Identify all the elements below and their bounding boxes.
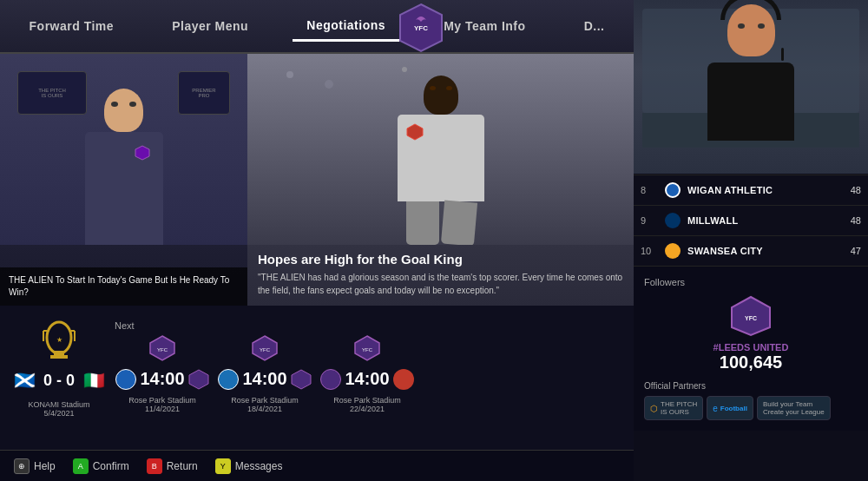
match-date-2: 18/4/2021: [247, 405, 282, 413]
help-label: Help: [34, 460, 56, 472]
partner-build: Build your TeamCreate your League: [757, 396, 831, 420]
league-position: 8: [641, 185, 658, 195]
league-team-badge: [663, 181, 682, 200]
followers-hashtag: #LEEDS UNITED: [713, 342, 789, 353]
match-date-3: 22/4/2021: [350, 405, 385, 413]
league-points: 47: [839, 246, 861, 256]
messages-label: Messages: [235, 460, 283, 472]
news-right-background: [247, 54, 634, 245]
return-label: Return: [167, 460, 198, 472]
news-left-caption: THE ALIEN To Start In Today's Game But I…: [0, 267, 247, 306]
news-panel-left[interactable]: THE PITCHIS OURS PREMIERPRO: [0, 54, 247, 306]
league-team-badge: [663, 211, 682, 230]
match-cards: ★ 🏴󠁧󠁢󠁳󠁣󠁴󠁿 0 - 0 🇮🇹 KONAMI Stadium 5/4/20…: [10, 320, 623, 418]
news-panels: THE PITCHIS OURS PREMIERPRO: [0, 54, 634, 306]
home-flag: 🏴󠁧󠁢󠁳󠁣󠁴󠁿: [10, 371, 38, 390]
svg-marker-5: [407, 124, 423, 140]
news-title: Hopes are High for the Goal King: [258, 252, 623, 267]
svg-marker-16: [189, 370, 208, 389]
news-panel-right[interactable]: Hopes are High for the Goal King "THE AL…: [247, 54, 634, 306]
matches-section: ★ 🏴󠁧󠁢󠁳󠁣󠁴󠁿 0 - 0 🇮🇹 KONAMI Stadium 5/4/20…: [0, 306, 634, 481]
main-content: THE PITCHIS OURS PREMIERPRO: [0, 54, 634, 481]
match-date-1: 11/4/2021: [145, 405, 180, 413]
league-points: 48: [839, 215, 861, 226]
league-team-name: WIGAN ATHLETIC: [687, 185, 839, 195]
upcoming-match-2: YFC 14:00: [217, 334, 312, 413]
upcoming-match-1: YFC 14:00: [115, 334, 210, 413]
followers-label: Followers: [644, 277, 858, 287]
match-teams-3: 14:00: [320, 366, 413, 392]
next-label: Next: [115, 320, 623, 331]
league-position: 9: [641, 215, 658, 226]
svg-rect-7: [50, 355, 68, 359]
news-description: "THE ALIEN has had a glorious season and…: [258, 271, 623, 297]
help-item-messages: Y Messages: [215, 458, 283, 474]
help-bar: ⊕ Help A Confirm B Return Y Messages: [0, 450, 634, 481]
help-item-confirm: A Confirm: [73, 458, 129, 474]
league-team-name: MILLWALL: [687, 215, 839, 226]
league-row-9: 9 MILLWALL 48: [634, 206, 868, 236]
match-teams-2: 14:00: [218, 366, 311, 392]
current-stadium: KONAMI Stadium: [29, 400, 90, 409]
match-stadium-1: Rose Park Stadium: [128, 396, 196, 405]
upcoming-match-3: YFC 14:00 Rose Park Stadium 22/4/2021: [319, 334, 415, 413]
away-flag: 🇮🇹: [80, 371, 108, 390]
help-item-return: B Return: [147, 458, 198, 474]
club-logo: YFC: [395, 2, 447, 54]
nav-forward-time[interactable]: Forward Time: [16, 12, 128, 40]
league-position: 10: [641, 246, 658, 256]
score-display: 🏴󠁧󠁢󠁳󠁣󠁴󠁿 0 - 0 🇮🇹: [10, 371, 108, 390]
partners-row: ⬡ THE PITCHIS OURS e Football Build your…: [644, 396, 858, 420]
current-match: ★ 🏴󠁧󠁢󠁳󠁣󠁴󠁿 0 - 0 🇮🇹 KONAMI Stadium 5/4/20…: [10, 320, 108, 418]
svg-text:YFC: YFC: [157, 347, 168, 353]
league-row-8: 8 WIGAN ATHLETIC 48: [634, 175, 868, 206]
news-right-text: Hopes are High for the Goal King "THE AL…: [247, 245, 634, 304]
partner-pitch: ⬡ THE PITCHIS OURS: [644, 396, 703, 420]
svg-marker-19: [292, 370, 311, 389]
confirm-label: Confirm: [93, 460, 129, 472]
league-points: 48: [839, 185, 861, 195]
return-button-icon[interactable]: B: [147, 458, 162, 474]
top-navigation: Forward Time Player Menu Negotiations YF…: [0, 0, 634, 54]
followers-club: YFC #LEEDS UNITED 100,645: [644, 294, 858, 372]
svg-text:YFC: YFC: [414, 24, 428, 32]
match-stadium-2: Rose Park Stadium: [231, 396, 299, 405]
score-value: 0 - 0: [43, 372, 75, 390]
league-team-name: SWANSEA CITY: [687, 246, 839, 256]
current-date: 5/4/2021: [43, 409, 74, 418]
help-button-icon[interactable]: ⊕: [14, 458, 30, 474]
league-team-badge: [663, 241, 682, 260]
news-caption-text: THE ALIEN To Start In Today's Game But I…: [9, 274, 239, 299]
followers-section: Followers YFC #LEEDS UNITED 100,645 Offi…: [634, 267, 868, 431]
official-partners-label: Official Partners: [644, 381, 858, 391]
match-stadium-3: Rose Park Stadium: [333, 396, 401, 405]
news-left-background: THE PITCHIS OURS PREMIERPRO: [0, 54, 247, 245]
svg-marker-4: [135, 146, 149, 160]
followers-count: 100,645: [720, 353, 782, 372]
svg-text:★: ★: [56, 336, 62, 344]
match-time-3: 14:00: [345, 369, 389, 389]
match-time-2: 14:00: [242, 369, 286, 389]
partner-efootball: e Football: [707, 396, 753, 420]
svg-text:YFC: YFC: [745, 315, 757, 321]
confirm-button-icon[interactable]: A: [73, 458, 89, 474]
nav-player-menu[interactable]: Player Menu: [158, 12, 262, 40]
nav-d[interactable]: D...: [570, 12, 619, 40]
nav-negotiations[interactable]: Negotiations: [293, 11, 399, 42]
bottom-section: ★ 🏴󠁧󠁢󠁳󠁣󠁴󠁿 0 - 0 🇮🇹 KONAMI Stadium 5/4/20…: [0, 306, 634, 481]
svg-text:YFC: YFC: [362, 347, 373, 353]
match-teams-1: 14:00: [115, 366, 208, 392]
svg-text:YFC: YFC: [260, 347, 271, 353]
webcam-feed: [634, 0, 868, 174]
league-row-10: 10 SWANSEA CITY 47: [634, 236, 868, 267]
help-item-help: ⊕ Help: [14, 458, 56, 474]
messages-button-icon[interactable]: Y: [215, 458, 231, 474]
match-time-1: 14:00: [140, 369, 184, 389]
